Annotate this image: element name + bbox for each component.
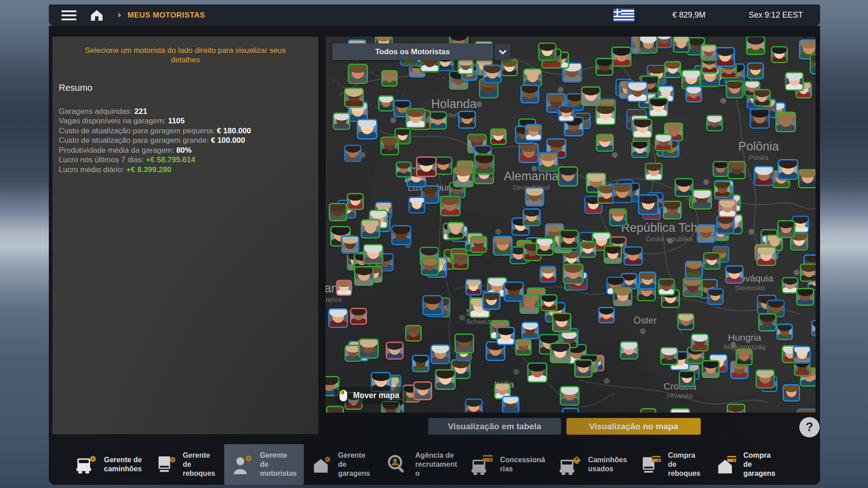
driver-marker[interactable] [493,236,513,256]
driver-marker[interactable] [465,399,483,413]
driver-marker[interactable] [527,362,547,383]
driver-marker[interactable] [692,189,712,210]
driver-marker[interactable] [525,124,542,141]
driver-marker[interactable] [683,277,703,297]
driver-marker[interactable] [627,81,648,102]
driver-marker[interactable] [496,327,515,345]
driver-marker[interactable] [458,111,476,129]
driver-marker[interactable] [435,369,456,390]
driver-marker[interactable] [465,279,482,296]
driver-marker[interactable] [754,166,774,186]
nav-item-garage-purchase[interactable]: Compra de garagens [709,444,784,485]
nav-item-dealerships[interactable]: Concessioná rias [464,444,552,485]
driver-marker[interactable] [381,70,398,87]
driver-marker[interactable] [656,37,672,48]
driver-marker[interactable] [490,128,507,145]
driver-marker[interactable] [810,54,816,75]
table-view-button[interactable]: Visualização em tabela [428,418,561,435]
driver-marker[interactable] [359,338,379,359]
driver-marker[interactable] [596,134,614,152]
driver-marker[interactable] [609,208,627,226]
driver-marker[interactable] [350,308,367,325]
driver-filter-expand-button[interactable] [495,43,511,60]
driver-marker[interactable] [558,166,578,187]
driver-marker[interactable] [447,222,464,239]
driver-marker[interactable] [501,59,518,76]
driver-marker[interactable] [328,308,348,328]
driver-marker[interactable] [726,404,745,413]
driver-marker[interactable] [440,196,461,216]
nav-item-used-trucks[interactable]: Caminhões usados [552,444,634,485]
driver-marker[interactable] [595,58,613,76]
driver-marker[interactable] [430,344,450,364]
driver-marker[interactable] [753,89,771,107]
driver-marker[interactable] [550,343,571,363]
driver-marker[interactable] [482,292,500,310]
driver-marker[interactable] [336,280,352,296]
driver-marker[interactable] [778,159,798,180]
driver-marker[interactable] [714,181,731,198]
driver-marker[interactable] [793,346,811,364]
driver-marker[interactable] [727,161,746,179]
driver-marker[interactable] [785,72,804,91]
driver-marker[interactable] [660,347,678,365]
driver-marker[interactable] [703,252,721,270]
driver-marker[interactable] [775,112,796,132]
driver-marker[interactable] [386,342,404,360]
driver-marker[interactable] [715,47,735,67]
driver-marker[interactable] [344,145,362,162]
nav-item-truck-manager[interactable]: Gerente de caminhões [68,444,149,485]
driver-marker[interactable] [454,333,474,353]
driver-marker[interactable] [755,369,775,389]
driver-marker[interactable] [685,86,702,103]
driver-marker[interactable] [559,230,579,249]
driver-marker[interactable] [538,152,558,172]
driver-marker[interactable] [776,324,793,340]
driver-marker[interactable] [357,119,377,140]
driver-marker[interactable] [649,98,668,117]
driver-marker[interactable] [613,287,632,306]
driver-marker[interactable] [718,199,736,217]
driver-marker[interactable] [333,113,350,130]
driver-marker[interactable] [736,348,753,366]
driver-marker[interactable] [783,384,800,402]
drivers-map[interactable]: HolandaNederlandPolôniaPolskaAlemanhaDeu… [326,37,816,413]
driver-marker[interactable] [502,396,519,413]
driver-marker[interactable] [746,37,765,55]
driver-marker[interactable] [348,64,368,84]
driver-marker[interactable] [422,295,443,315]
driver-marker[interactable] [396,161,412,178]
driver-marker[interactable] [747,62,764,80]
driver-marker[interactable] [638,272,656,290]
driver-marker[interactable] [595,105,616,125]
driver-marker[interactable] [677,313,694,330]
driver-marker[interactable] [536,238,554,256]
driver-marker[interactable] [811,320,816,337]
driver-marker[interactable] [552,313,571,332]
driver-marker[interactable] [515,339,532,356]
driver-marker[interactable] [631,141,649,158]
driver-marker[interactable] [638,194,659,215]
menu-icon[interactable] [61,10,76,20]
driver-marker[interactable] [540,294,557,311]
driver-marker[interactable] [611,47,632,67]
driver-marker[interactable] [354,266,374,286]
driver-marker[interactable] [685,261,703,279]
driver-marker[interactable] [777,220,795,238]
driver-marker[interactable] [521,322,539,339]
driver-marker[interactable] [406,108,426,128]
home-button[interactable] [90,9,104,22]
driver-marker[interactable] [640,408,656,413]
driver-marker[interactable] [405,325,422,342]
driver-marker[interactable] [771,46,788,63]
driver-marker[interactable] [380,136,399,155]
driver-marker[interactable] [620,341,638,360]
driver-marker[interactable] [378,95,394,112]
driver-marker[interactable] [673,37,690,53]
driver-marker[interactable] [712,161,729,177]
driver-marker[interactable] [347,193,364,210]
driver-marker[interactable] [562,408,579,413]
driver-marker[interactable] [796,288,814,306]
driver-marker[interactable] [453,167,474,188]
driver-marker[interactable] [716,216,735,234]
